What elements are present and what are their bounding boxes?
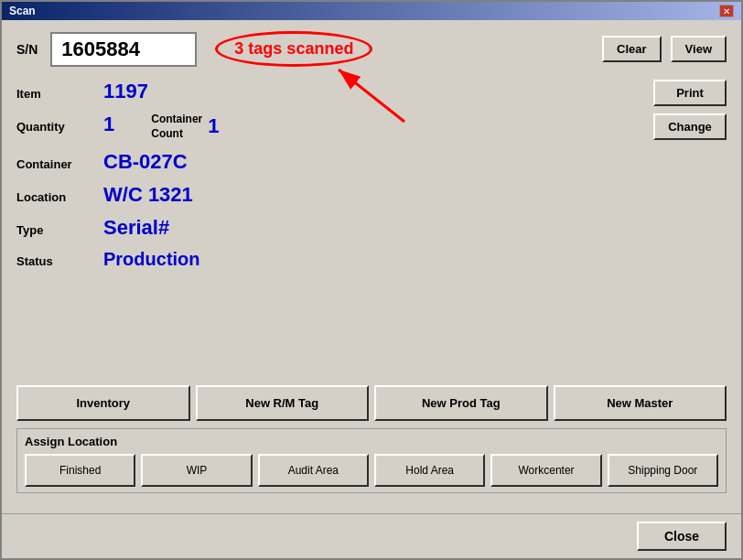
new-master-button[interactable]: New Master xyxy=(554,385,727,421)
sn-label: S/N xyxy=(16,42,38,57)
status-row: Status Production xyxy=(16,249,639,270)
close-button[interactable]: Close xyxy=(637,522,727,551)
new-prod-tag-button[interactable]: New Prod Tag xyxy=(374,385,548,421)
title-bar: Scan ✕ xyxy=(2,2,741,20)
window-close-button[interactable]: ✕ xyxy=(719,5,734,17)
view-button[interactable]: View xyxy=(671,36,727,62)
item-value: 1197 xyxy=(103,80,148,103)
container-label: Container xyxy=(16,157,103,171)
main-area: Item 1197 Quantity 1 ContainerCount 1 xyxy=(16,80,727,385)
container-count-value: 1 xyxy=(208,114,219,138)
type-row: Type Serial# xyxy=(16,216,639,240)
location-row: Location W/C 1321 xyxy=(16,183,639,207)
sn-input[interactable] xyxy=(50,32,197,67)
container-row: Container CB-027C xyxy=(16,150,639,174)
container-value: CB-027C xyxy=(103,150,188,174)
quantity-label: Quantity xyxy=(16,120,103,134)
quantity-value: 1 xyxy=(103,113,114,136)
item-row: Item 1197 xyxy=(16,80,639,103)
new-rm-tag-button[interactable]: New R/M Tag xyxy=(196,385,370,421)
footer-bar: Close xyxy=(2,513,741,558)
wip-button[interactable]: WIP xyxy=(141,454,252,487)
location-label: Location xyxy=(16,190,103,204)
change-button[interactable]: Change xyxy=(653,113,727,140)
finished-button[interactable]: Finished xyxy=(25,454,135,487)
left-info: Item 1197 Quantity 1 ContainerCount 1 xyxy=(16,80,639,385)
location-value: W/C 1321 xyxy=(103,183,193,207)
workcenter-button[interactable]: Workcenter xyxy=(490,454,601,487)
status-label: Status xyxy=(16,254,103,268)
action-buttons-row: Inventory New R/M Tag New Prod Tag New M… xyxy=(16,385,727,421)
quantity-container-row: Quantity 1 ContainerCount 1 xyxy=(16,113,639,141)
container-count-group: ContainerCount 1 xyxy=(151,113,219,141)
assign-location-title: Assign Location xyxy=(25,435,718,448)
main-content: S/N 3 tags scanned Clear View xyxy=(2,20,741,513)
type-value: Serial# xyxy=(103,216,169,240)
container-count-label: ContainerCount xyxy=(151,113,202,141)
top-row: S/N 3 tags scanned Clear View xyxy=(16,31,727,67)
hold-area-button[interactable]: Hold Area xyxy=(374,454,485,487)
print-button[interactable]: Print xyxy=(653,80,727,106)
assign-location-section: Assign Location Finished WIP Audit Area … xyxy=(16,428,727,493)
scan-window: Scan ✕ S/N 3 tags scanned xyxy=(0,0,743,560)
type-label: Type xyxy=(16,223,103,237)
shipping-door-button[interactable]: Shipping Door xyxy=(608,454,718,487)
audit-area-button[interactable]: Audit Area xyxy=(258,454,369,487)
right-buttons-area: Print Change xyxy=(653,80,727,385)
item-label: Item xyxy=(16,87,103,101)
quantity-row: Quantity 1 xyxy=(16,113,114,136)
assign-buttons-row: Finished WIP Audit Area Hold Area Workce… xyxy=(25,454,718,487)
window-title: Scan xyxy=(9,5,36,17)
tags-scanned-badge: 3 tags scanned xyxy=(215,31,372,67)
status-value: Production xyxy=(103,249,200,270)
clear-button[interactable]: Clear xyxy=(602,36,662,62)
tags-scanned-wrapper: 3 tags scanned xyxy=(215,31,372,67)
inventory-button[interactable]: Inventory xyxy=(16,385,190,421)
